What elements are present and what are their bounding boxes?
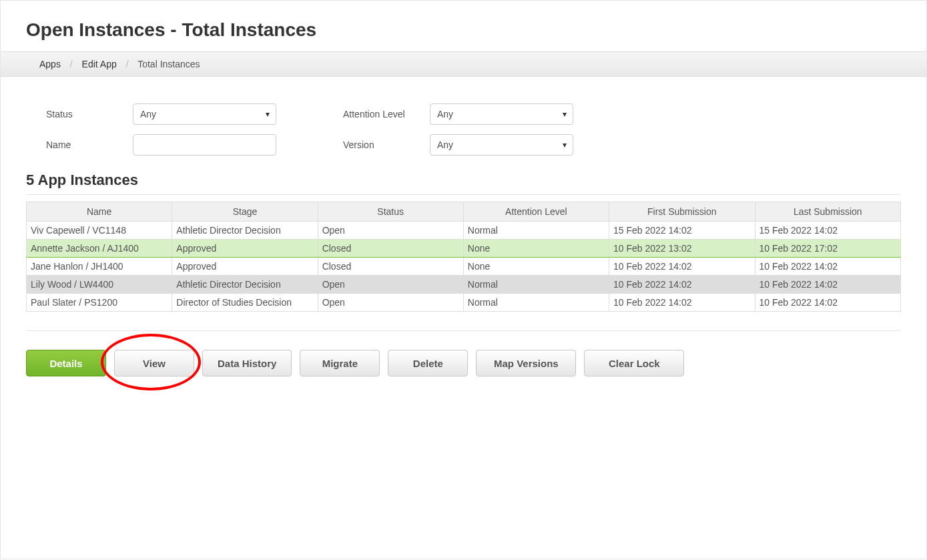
attention-select[interactable] [430, 103, 573, 125]
breadcrumb-apps[interactable]: Apps [39, 59, 61, 69]
cell-status: Closed [318, 258, 463, 276]
breadcrumb: Apps / Edit App / Total Instances [1, 51, 926, 77]
th-attention[interactable]: Attention Level [463, 202, 609, 222]
cell-first: 10 Feb 2022 14:02 [609, 258, 755, 276]
migrate-button[interactable]: Migrate [300, 350, 380, 376]
cell-last: 10 Feb 2022 17:02 [755, 240, 901, 258]
version-select[interactable] [430, 134, 573, 156]
cell-name: Viv Capewell / VC1148 [27, 222, 172, 240]
cell-status: Open [318, 222, 463, 240]
cell-attention: Normal [463, 276, 609, 294]
table-row[interactable]: Jane Hanlon / JH1400ApprovedClosedNone10… [27, 258, 901, 276]
th-last[interactable]: Last Submission [755, 202, 901, 222]
th-status[interactable]: Status [318, 202, 463, 222]
cell-stage: Approved [172, 258, 318, 276]
cell-last: 10 Feb 2022 14:02 [755, 294, 901, 312]
breadcrumb-edit-app[interactable]: Edit App [82, 59, 117, 69]
view-button[interactable]: View [114, 350, 194, 376]
cell-attention: Normal [463, 222, 609, 240]
table-row[interactable]: Viv Capewell / VC1148Athletic Director D… [27, 222, 901, 240]
cell-first: 10 Feb 2022 14:02 [609, 276, 755, 294]
cell-last: 10 Feb 2022 14:02 [755, 276, 901, 294]
name-label: Name [46, 139, 133, 150]
cell-attention: Normal [463, 294, 609, 312]
instances-title: 5 App Instances [26, 172, 901, 195]
data-history-button[interactable]: Data History [202, 350, 292, 376]
th-name[interactable]: Name [27, 202, 172, 222]
cell-status: Closed [318, 240, 463, 258]
version-label: Version [343, 139, 430, 150]
cell-name: Paul Slater / PS1200 [27, 294, 172, 312]
details-button[interactable]: Details [26, 350, 106, 376]
cell-stage: Athletic Director Decision [172, 222, 318, 240]
cell-status: Open [318, 276, 463, 294]
filters-panel: Status ▾ Name Attention Level ▾ [26, 93, 901, 172]
cell-first: 10 Feb 2022 14:02 [609, 294, 755, 312]
cell-stage: Director of Studies Decision [172, 294, 318, 312]
status-label: Status [46, 109, 133, 119]
cell-last: 10 Feb 2022 14:02 [755, 258, 901, 276]
cell-attention: None [463, 258, 609, 276]
cell-stage: Athletic Director Decision [172, 276, 318, 294]
delete-button[interactable]: Delete [388, 350, 468, 376]
table-row[interactable]: Lily Wood / LW4400Athletic Director Deci… [27, 276, 901, 294]
cell-stage: Approved [172, 240, 318, 258]
name-input[interactable] [133, 134, 276, 156]
cell-name: Lily Wood / LW4400 [27, 276, 172, 294]
page-title: Open Instances - Total Instances [1, 1, 926, 51]
cell-first: 15 Feb 2022 14:02 [609, 222, 755, 240]
status-select[interactable] [133, 103, 276, 125]
cell-last: 15 Feb 2022 14:02 [755, 222, 901, 240]
cell-name: Jane Hanlon / JH1400 [27, 258, 172, 276]
breadcrumb-current: Total Instances [137, 59, 200, 69]
breadcrumb-separator: / [70, 59, 73, 69]
cell-status: Open [318, 294, 463, 312]
breadcrumb-separator: / [126, 59, 129, 69]
table-row[interactable]: Annette Jackson / AJ1400ApprovedClosedNo… [27, 240, 901, 258]
map-versions-button[interactable]: Map Versions [476, 350, 576, 376]
cell-name: Annette Jackson / AJ1400 [27, 240, 172, 258]
cell-first: 10 Feb 2022 13:02 [609, 240, 755, 258]
attention-label: Attention Level [343, 109, 430, 119]
action-bar: Details View Data History Migrate Delete… [26, 330, 901, 376]
table-row[interactable]: Paul Slater / PS1200Director of Studies … [27, 294, 901, 312]
clear-lock-button[interactable]: Clear Lock [584, 350, 684, 376]
th-first[interactable]: First Submission [609, 202, 755, 222]
cell-attention: None [463, 240, 609, 258]
th-stage[interactable]: Stage [172, 202, 318, 222]
instances-table: Name Stage Status Attention Level First … [26, 202, 901, 312]
